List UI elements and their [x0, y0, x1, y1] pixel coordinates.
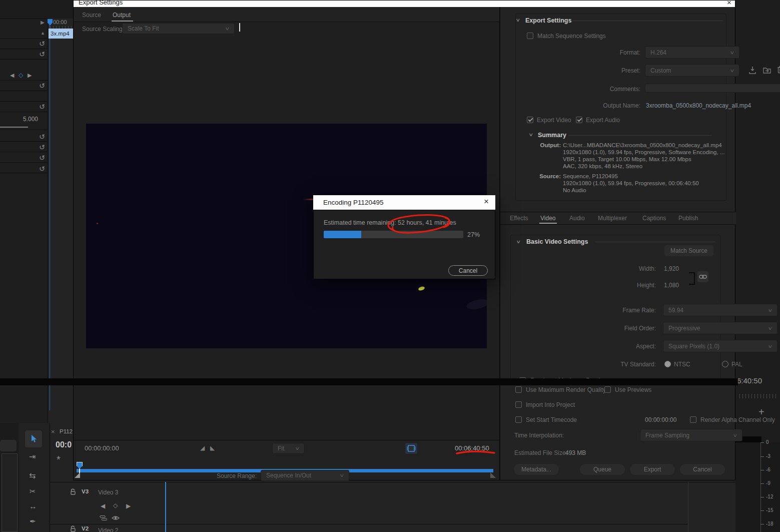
section-twirl-icon[interactable]: ∨: [515, 18, 520, 23]
tab-video[interactable]: Video: [540, 215, 555, 222]
reset-param-icon[interactable]: ↺: [39, 50, 45, 58]
link-dimensions-icon[interactable]: [697, 271, 708, 282]
v2-track-id[interactable]: V2: [82, 525, 89, 531]
window-titlebar[interactable]: Export Settings ×: [74, 1, 735, 7]
timecode-current[interactable]: 00:00:00:00: [85, 444, 119, 452]
ripple-edit-tool[interactable]: ⇆: [29, 471, 36, 480]
v2-track-name[interactable]: Video 2: [98, 527, 118, 532]
track-source-indicator-icon[interactable]: [100, 515, 108, 521]
render-alpha-checkbox[interactable]: [690, 416, 696, 423]
selection-tool[interactable]: [25, 430, 42, 447]
tab-captions[interactable]: Captions: [642, 215, 666, 222]
ntsc-radio[interactable]: [664, 361, 671, 367]
cancel-button[interactable]: Cancel: [680, 464, 725, 475]
timeline-playhead-line[interactable]: [165, 482, 166, 532]
razor-tool[interactable]: ✂: [30, 487, 36, 496]
snap-icon[interactable]: *: [57, 454, 61, 465]
frame-rate-dropdown[interactable]: 59.94 ∨: [663, 304, 777, 316]
add-keyframe-icon[interactable]: ◇: [19, 72, 23, 79]
pen-tool[interactable]: ✒: [30, 517, 36, 526]
v3-track-name[interactable]: Video 3: [98, 489, 118, 496]
time-interpolation-dropdown[interactable]: Frame Sampling ∨: [640, 429, 742, 441]
param-value[interactable]: 5.000: [23, 116, 38, 123]
project-panel-chip[interactable]: [0, 440, 17, 451]
in-point-icon[interactable]: ◢: [200, 444, 205, 451]
use-previews-checkbox[interactable]: [604, 386, 611, 393]
export-button[interactable]: Export: [630, 464, 675, 475]
trim-handle-left[interactable]: [75, 472, 80, 478]
use-max-render-checkbox[interactable]: [515, 386, 522, 393]
fit-dropdown[interactable]: Fit ∨: [272, 443, 305, 454]
reset-param-icon[interactable]: ↺: [39, 154, 45, 162]
window-close-icon[interactable]: ×: [727, 1, 731, 7]
export-frame-icon[interactable]: [405, 443, 417, 454]
encoding-titlebar[interactable]: Encoding P1120495 ×: [313, 195, 495, 210]
track-select-forward-tool[interactable]: ⇥: [29, 452, 36, 461]
comments-input[interactable]: [645, 84, 780, 93]
height-value[interactable]: 1,080: [664, 282, 679, 289]
next-keyframe-icon[interactable]: ▶: [28, 72, 32, 79]
summary-twirl-icon[interactable]: ∨: [528, 132, 533, 137]
prev-keyframe-icon[interactable]: ◀: [10, 72, 14, 79]
track-next-keyframe-icon[interactable]: ▶: [126, 502, 131, 509]
tab-effects[interactable]: Effects: [510, 215, 528, 222]
delete-preset-icon[interactable]: [777, 66, 780, 74]
slip-tool[interactable]: ↔: [29, 502, 37, 511]
row-expand-icon[interactable]: ▶: [41, 20, 45, 25]
timeline-tab-label[interactable]: P112: [60, 428, 73, 434]
import-into-project-checkbox[interactable]: [515, 401, 522, 408]
reset-param-icon[interactable]: ↺: [39, 103, 45, 111]
set-start-timecode-checkbox[interactable]: [515, 416, 522, 423]
tab-output[interactable]: Output: [113, 12, 131, 19]
param-slider[interactable]: [0, 127, 28, 128]
field-order-dropdown[interactable]: Progressive ∨: [663, 322, 777, 334]
scrubber-playhead-head[interactable]: [77, 462, 83, 469]
queue-button[interactable]: Queue: [580, 464, 625, 475]
v3-lock-icon[interactable]: [70, 488, 76, 495]
match-sequence-checkbox[interactable]: [527, 33, 533, 39]
reset-param-icon[interactable]: ↺: [39, 143, 45, 151]
timecode-duration[interactable]: 00:06:40:50: [455, 444, 489, 452]
source-scaling-label: Source Scaling:: [82, 26, 124, 33]
v2-lock-icon[interactable]: [70, 525, 76, 532]
row-collapse-icon[interactable]: ▲: [41, 31, 45, 36]
encoding-close-icon[interactable]: ×: [484, 197, 489, 207]
meter-label: -12: [766, 494, 773, 499]
format-dropdown[interactable]: H.264 ∨: [645, 46, 739, 59]
track-eye-icon[interactable]: [112, 515, 120, 521]
out-point-icon[interactable]: ◣: [210, 444, 215, 451]
effect-playhead-line[interactable]: [50, 20, 50, 410]
reset-param-icon[interactable]: ↺: [39, 82, 45, 90]
output-name-value[interactable]: 3xroomba_0500x800_nodecay_all.mp4: [646, 102, 751, 109]
pal-radio[interactable]: [722, 361, 728, 367]
import-preset-icon[interactable]: [762, 67, 771, 74]
export-video-checkbox[interactable]: [527, 117, 533, 123]
track-add-keyframe-icon[interactable]: ◇: [113, 502, 118, 509]
timeline-timecode[interactable]: 00:0: [56, 440, 72, 449]
match-source-button[interactable]: Match Source: [664, 245, 713, 256]
time-interpolation-value: Frame Sampling: [645, 432, 689, 439]
source-scaling-dropdown[interactable]: Scale To Fit ∨: [122, 23, 235, 34]
reset-param-icon[interactable]: ↺: [39, 40, 45, 48]
timeline-tab-close-icon[interactable]: ×: [51, 428, 55, 435]
clip-chip[interactable]: 3x.mp4: [49, 29, 73, 39]
encoding-cancel-button[interactable]: Cancel: [448, 265, 488, 276]
reset-param-icon[interactable]: ↺: [39, 133, 45, 141]
save-preset-icon[interactable]: [748, 66, 756, 74]
start-timecode-value[interactable]: 00:00:00:00: [645, 416, 676, 423]
reset-param-icon[interactable]: ↺: [39, 165, 45, 173]
source-range-dropdown[interactable]: Sequence In/Out ∨: [261, 470, 349, 481]
width-value[interactable]: 1,920: [664, 265, 679, 272]
track-prev-keyframe-icon[interactable]: ◀: [101, 502, 105, 509]
aspect-dropdown[interactable]: Square Pixels (1.0) ∨: [663, 340, 777, 352]
basic-video-twirl-icon[interactable]: ∨: [516, 239, 521, 244]
tab-audio[interactable]: Audio: [569, 215, 585, 222]
v3-track-id[interactable]: V3: [82, 488, 89, 494]
tab-publish[interactable]: Publish: [678, 215, 698, 222]
metadata-button[interactable]: Metadata...: [514, 464, 559, 475]
export-audio-checkbox[interactable]: [576, 117, 582, 123]
trim-handle-right[interactable]: [490, 472, 496, 478]
tab-source[interactable]: Source: [82, 12, 101, 19]
preset-dropdown[interactable]: Custom ∨: [645, 64, 739, 77]
tab-multiplexer[interactable]: Multiplexer: [598, 215, 627, 222]
